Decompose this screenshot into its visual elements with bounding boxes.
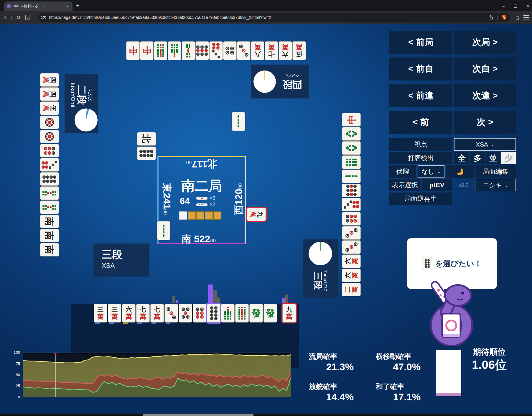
discard-top-p7 [209, 41, 223, 60]
hand-tile-m3[interactable]: 三萬 [108, 304, 121, 323]
nav-next-button-3[interactable]: 次 > [454, 111, 516, 134]
hand-tile-hatsu[interactable]: 發 [263, 304, 277, 323]
discard-left-p1 [40, 116, 59, 129]
model-select[interactable]: ニシキ⌄ [475, 179, 516, 191]
fusehai-label: 伏牌 [389, 165, 416, 178]
discard-top-s7 [168, 41, 181, 60]
tile-tick [151, 323, 156, 324]
discard-left-s5 [40, 186, 59, 200]
y-tick-0: 0 [8, 395, 20, 399]
fusehai-select[interactable]: なし⌄ [418, 165, 444, 178]
tile-tick [123, 323, 128, 324]
dahai-option-並[interactable]: 並 [486, 152, 500, 164]
url-bar[interactable]: https://naga.dmv.nico/htmls/de6d56ae556d… [38, 13, 510, 22]
discard-right-m2: 二萬 [342, 283, 361, 296]
hand-tile-s9[interactable] [235, 304, 249, 323]
nav-prev-button-1[interactable]: < 前自 [389, 57, 452, 80]
hand-tile-p6[interactable] [193, 304, 206, 323]
hand-tile-m6[interactable]: 六萬 [122, 304, 136, 323]
turn-cell [205, 211, 213, 220]
drawn-tile-m9[interactable]: 九萬 [282, 304, 296, 323]
forward-icon[interactable]: › [10, 14, 12, 21]
brave-shield-icon[interactable] [502, 14, 507, 20]
actual-discard-tile: 九萬 [247, 208, 266, 221]
reload-icon[interactable]: ⟳ [17, 15, 21, 20]
hand-tile-m7[interactable]: 七萬 [136, 304, 150, 323]
replay-button[interactable]: 局面逆再生 [389, 193, 452, 205]
divider: | [497, 15, 498, 20]
nav-prev-button-0[interactable]: < 前局 [389, 31, 452, 54]
nav-next-button-0[interactable]: 次局 > [454, 31, 516, 54]
player-right-pie [309, 242, 332, 265]
chevron-down-icon: ⌄ [491, 142, 494, 147]
discard-top-p3 [237, 41, 251, 60]
discard-left-p8 [40, 172, 59, 186]
discard-left-p1 [40, 130, 59, 143]
new-tab-button[interactable]: + [76, 2, 80, 9]
hand-tile-p3[interactable] [164, 304, 178, 323]
tab-close-icon[interactable]: × [65, 4, 70, 9]
scrollbar-thumb[interactable] [143, 414, 253, 416]
y-tick-75: 75 [8, 361, 20, 366]
menu-hamburger-icon[interactable] [523, 15, 529, 20]
honba-stick-row: ×2 [196, 202, 215, 207]
expected-rank-bar-fill [436, 393, 461, 396]
nav-next-button-1[interactable]: 次自 > [454, 57, 516, 80]
tile-tick [109, 323, 114, 324]
turn-cell [213, 211, 221, 220]
back-icon[interactable]: ‹ [4, 14, 6, 21]
display-select-button[interactable]: 表示選択 [389, 179, 421, 191]
dahai-bar [217, 297, 220, 303]
tile-tick [95, 323, 100, 324]
hand-tile-s7[interactable] [221, 304, 235, 323]
bookmark-icon[interactable] [25, 15, 30, 20]
stat-value-3: 17.1% [372, 392, 421, 403]
hand-tile-p5[interactable] [179, 304, 192, 323]
discard-left-south: 南 [40, 229, 59, 242]
site-controls-icon[interactable] [41, 15, 46, 19]
hand-tile-m3[interactable]: 三萬 [94, 304, 107, 323]
y-tick-25: 25 [8, 384, 20, 388]
discard-top-s5 [182, 41, 195, 60]
night-mode-button[interactable] [446, 165, 474, 178]
turn-cell [188, 211, 196, 220]
window-close-button[interactable]: × [526, 3, 529, 8]
dahai-option-少[interactable]: 少 [501, 152, 516, 164]
dahai-option-多[interactable]: 多 [470, 152, 485, 164]
hand-tile-hatsu[interactable]: 發 [249, 304, 263, 323]
player-top-rank: 四段 [282, 79, 302, 90]
window-minimize-button[interactable]: – [502, 3, 505, 8]
hand-tile-p8[interactable] [207, 304, 220, 323]
window-maximize-button[interactable]: ▢ [513, 3, 518, 8]
browser-tab[interactable]: NAGA解析レポート × [4, 1, 73, 11]
ptev-button[interactable]: ptEV [422, 179, 452, 191]
nav-prev-button-2[interactable]: < 前違 [389, 84, 452, 107]
chevron-down-icon: ⌄ [437, 170, 441, 174]
wall-tile-count: 64 [180, 196, 190, 206]
horizontal-scrollbar[interactable] [0, 414, 532, 416]
y-tick-100: 100 [8, 350, 20, 355]
discard-left-s5 [40, 200, 59, 214]
nav-prev-button-3[interactable]: < 前 [389, 111, 452, 134]
tab-title: NAGA解析レポート [13, 4, 65, 9]
dahai-option-全[interactable]: 全 [454, 152, 469, 164]
last-discard-bottom [157, 221, 170, 240]
extensions-puzzle-icon[interactable] [515, 15, 521, 20]
naga-mascot [422, 279, 478, 346]
discard-top-m6: 六萬 [279, 41, 292, 60]
discard-right-s6 [342, 155, 361, 169]
discard-right-m6: 六萬 [342, 254, 361, 268]
hand-tile-m7[interactable]: 七萬 [150, 304, 164, 323]
viewpoint-select[interactable]: XSA⌄ [454, 138, 516, 151]
player-bottom-name: XSA [102, 262, 115, 269]
turn-indicator [179, 211, 221, 220]
player-panel-left: R1919 二段 tukuYOmi [65, 74, 98, 133]
dahai-bar [172, 296, 175, 303]
share-icon[interactable] [488, 15, 493, 20]
board-edit-button[interactable]: 局面編集 [475, 165, 516, 178]
discard-left-p7 [40, 158, 59, 172]
stat-label-2: 放銃確率 [309, 382, 337, 391]
nav-next-button-2[interactable]: 次違 > [454, 84, 516, 107]
discard-right-chun: 中 [342, 113, 361, 126]
last-discard-left-1: 北 [137, 132, 156, 146]
